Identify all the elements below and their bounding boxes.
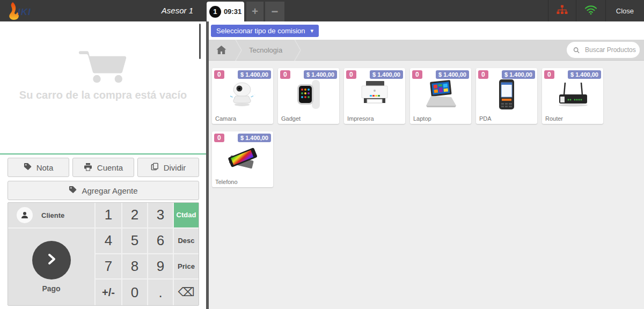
empty-cart-message: Su carro de la compra está vacío — [0, 89, 206, 101]
gadget-image — [278, 77, 339, 112]
product-name: Impresora — [347, 115, 374, 122]
chevron-right-icon — [44, 252, 59, 269]
cart-panel: Su carro de la compra está vacío Nota Cu… — [0, 21, 206, 309]
breadcrumb-separator — [235, 40, 243, 61]
vertical-divider — [206, 21, 209, 309]
search-input[interactable] — [584, 46, 640, 54]
keypad-grid: 1 2 3 Ctdad 4 5 6 Desc 7 8 9 Price +/- 0… — [96, 203, 199, 305]
key-ctdad[interactable]: Ctdad — [173, 203, 199, 229]
nota-label: Nota — [36, 163, 54, 172]
key-0[interactable]: 0 — [121, 279, 147, 305]
wifi-status-button[interactable] — [576, 0, 605, 21]
price-badge: $ 1.400,00 — [502, 70, 535, 79]
quantity-badge: 0 — [214, 70, 224, 79]
close-button[interactable]: Close — [605, 0, 644, 21]
topbar-status-area: Close — [548, 0, 644, 21]
agregar-agente-button[interactable]: Agregar Agente — [8, 181, 199, 200]
tag-icon — [24, 163, 32, 172]
app-logo: IKI — [4, 2, 31, 23]
keypad-left-section: Cliente Pago — [8, 203, 96, 305]
router-image — [542, 77, 603, 112]
product-name: Gadget — [281, 115, 301, 122]
search-icon — [573, 47, 580, 54]
key-price[interactable]: Price — [173, 254, 199, 280]
key-backspace[interactable]: ⌫ — [173, 279, 199, 305]
cliente-label: Cliente — [41, 211, 64, 219]
product-card-laptop[interactable]: 0 $ 1.400,00 Laptop — [410, 68, 471, 124]
dividir-button[interactable]: Dividir — [137, 158, 199, 177]
person-icon — [17, 207, 33, 223]
nota-button[interactable]: Nota — [8, 158, 69, 177]
pago-button[interactable] — [32, 241, 71, 279]
quantity-badge: 0 — [478, 70, 488, 79]
pago-section: Pago — [8, 229, 94, 305]
tag-icon — [69, 186, 77, 195]
price-badge: $ 1.400,00 — [238, 134, 271, 142]
breadcrumb-separator — [294, 40, 302, 61]
quantity-badge: 0 — [412, 70, 422, 79]
product-name: PDA — [479, 115, 492, 122]
key-7[interactable]: 7 — [96, 254, 121, 280]
cliente-button[interactable]: Cliente — [8, 203, 94, 229]
network-status-button[interactable] — [548, 0, 576, 21]
breadcrumb: Tecnologia — [209, 40, 644, 61]
price-badge: $ 1.400,00 — [370, 70, 403, 79]
product-card-camara[interactable]: 0 $ 1.400,00 Camara — [212, 68, 273, 124]
price-badge: $ 1.400,00 — [238, 70, 271, 79]
quantity-badge: 0 — [280, 70, 290, 79]
camara-image — [212, 77, 273, 112]
product-card-gadget[interactable]: 0 $ 1.400,00 Gadget — [278, 68, 339, 124]
cuenta-button[interactable]: Cuenta — [72, 158, 134, 177]
cuenta-label: Cuenta — [97, 163, 123, 172]
breadcrumb-home[interactable] — [209, 46, 235, 54]
key-2[interactable]: 2 — [121, 203, 147, 229]
breadcrumb-category[interactable]: Tecnologia — [243, 46, 294, 54]
product-name: Telefono — [215, 179, 238, 185]
commission-dropdown[interactable]: Seleccionar tipo de comision ▾ — [211, 25, 319, 37]
empty-cart-state: Su carro de la compra está vacío — [0, 49, 206, 101]
key-5[interactable]: 5 — [121, 229, 147, 254]
add-tab-button[interactable]: + — [246, 2, 264, 21]
order-actions: Nota Cuenta Dividir Agregar Agente — [8, 158, 199, 204]
quantity-badge: 0 — [346, 70, 356, 79]
product-card-pda[interactable]: 0 $ 1.400,00 PDA — [476, 68, 537, 124]
brand-text: IKI — [18, 7, 31, 18]
key-8[interactable]: 8 — [121, 254, 147, 280]
key-4[interactable]: 4 — [96, 229, 121, 254]
dividir-label: Dividir — [164, 163, 186, 172]
quantity-badge: 0 — [544, 70, 554, 79]
price-badge: $ 1.400,00 — [436, 70, 469, 79]
print-icon — [84, 163, 92, 173]
product-card-telefono[interactable]: 0 $ 1.400,00 Telefono — [212, 131, 273, 187]
impresora-image — [344, 77, 405, 112]
key-3[interactable]: 3 — [147, 203, 173, 229]
product-card-router[interactable]: 0 $ 1.400,00 Router — [542, 68, 603, 124]
product-search — [567, 42, 640, 58]
current-user-label: Asesor 1 — [129, 0, 193, 21]
session-tab[interactable]: 1 09:31 — [207, 2, 244, 21]
product-name: Router — [545, 115, 563, 122]
commission-strip: Seleccionar tipo de comision ▾ — [209, 21, 644, 40]
keypad: Cliente Pago 1 2 3 Ctdad 4 5 6 Desc 7 8 … — [8, 202, 199, 306]
key-9[interactable]: 9 — [147, 254, 173, 280]
session-tab-time: 09:31 — [224, 8, 241, 16]
pda-image — [476, 77, 537, 112]
pago-label: Pago — [42, 284, 60, 293]
product-area: Seleccionar tipo de comision ▾ Tecnologi… — [209, 21, 644, 309]
product-grid: 0 $ 1.400,00 Camara 0 $ 1.400,00 — [209, 61, 644, 195]
commission-label: Seleccionar tipo de comision — [216, 27, 305, 35]
product-card-impresora[interactable]: 0 $ 1.400,00 Impresora — [344, 68, 405, 124]
key-desc[interactable]: Desc — [173, 229, 199, 254]
key-1[interactable]: 1 — [96, 203, 121, 229]
empty-cart-icon — [77, 49, 129, 84]
remove-tab-button[interactable]: − — [265, 2, 284, 21]
key-dot[interactable]: . — [147, 279, 173, 305]
key-6[interactable]: 6 — [147, 229, 173, 254]
chevron-down-icon: ▾ — [310, 27, 313, 34]
key-plus-minus[interactable]: +/- — [96, 279, 121, 305]
wifi-icon — [584, 5, 597, 17]
panel-divider-line — [0, 153, 206, 154]
cart-scrollbar[interactable] — [199, 24, 201, 59]
home-icon — [216, 46, 226, 54]
topbar: IKI Asesor 1 1 09:31 + − — [0, 0, 644, 21]
